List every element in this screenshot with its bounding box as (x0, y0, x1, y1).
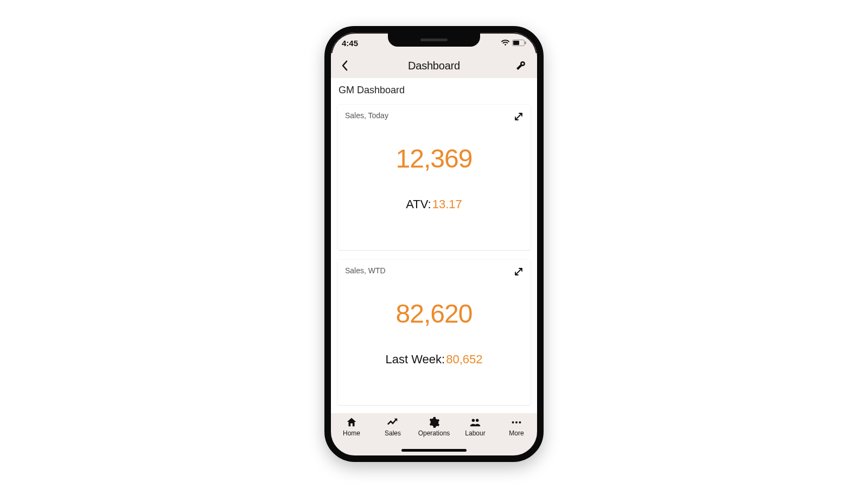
trending-up-icon (387, 416, 399, 428)
sub-value: 13.17 (432, 197, 462, 211)
sales-wtd-sub: Last Week: 80,652 (345, 352, 523, 367)
sales-today-value: 12,369 (345, 144, 523, 174)
svg-point-5 (519, 421, 521, 423)
sales-today-card: Sales, Today 12,369 ATV: 13.17 (337, 105, 531, 250)
expand-icon (514, 267, 523, 276)
home-icon (346, 416, 358, 428)
speaker-grille (420, 38, 448, 41)
tab-label: Home (343, 429, 360, 437)
tab-home[interactable]: Home (331, 416, 372, 437)
wrench-icon (515, 60, 526, 71)
status-time: 4:45 (342, 38, 358, 48)
phone-frame: 4:45 Dashboard GM Dashboard (324, 26, 544, 462)
sales-wtd-card: Sales, WTD 82,620 Last Week: 80,652 (337, 260, 531, 405)
expand-icon (514, 112, 523, 121)
tab-labour[interactable]: Labour (455, 416, 496, 437)
tab-label: Labour (465, 429, 485, 437)
sub-label: ATV: (406, 197, 431, 211)
home-indicator[interactable] (401, 449, 467, 452)
more-icon (510, 416, 522, 428)
settings-button[interactable] (510, 53, 532, 78)
content-area: GM Dashboard Sales, Today 12,369 ATV: 13… (331, 78, 537, 416)
sales-wtd-value: 82,620 (345, 299, 523, 329)
tab-label: Sales (385, 429, 401, 437)
page-title: Dashboard (408, 60, 460, 72)
tab-more[interactable]: More (496, 416, 537, 437)
tab-label: More (509, 429, 524, 437)
battery-icon (512, 40, 526, 46)
status-icons (501, 40, 526, 46)
expand-button[interactable] (512, 265, 525, 278)
svg-rect-2 (525, 42, 526, 44)
svg-point-3 (512, 421, 514, 423)
svg-rect-1 (513, 41, 519, 45)
card-title: Sales, Today (345, 111, 523, 120)
sub-label: Last Week: (386, 352, 445, 367)
gear-icon (428, 416, 440, 428)
expand-button[interactable] (512, 110, 525, 123)
tab-bar: Home Sales Operations Labour More (331, 413, 537, 455)
notch (388, 33, 480, 47)
nav-header: Dashboard (331, 53, 537, 78)
tab-sales[interactable]: Sales (372, 416, 413, 437)
section-title: GM Dashboard (331, 78, 537, 101)
tab-label: Operations (418, 429, 450, 437)
back-button[interactable] (334, 53, 356, 78)
sales-today-sub: ATV: 13.17 (345, 197, 523, 211)
sub-value: 80,652 (446, 352, 482, 367)
svg-point-4 (515, 421, 518, 423)
chevron-left-icon (341, 60, 349, 71)
card-title: Sales, WTD (345, 266, 523, 275)
wifi-icon (501, 40, 510, 46)
tab-operations[interactable]: Operations (413, 416, 455, 437)
people-icon (469, 416, 481, 428)
